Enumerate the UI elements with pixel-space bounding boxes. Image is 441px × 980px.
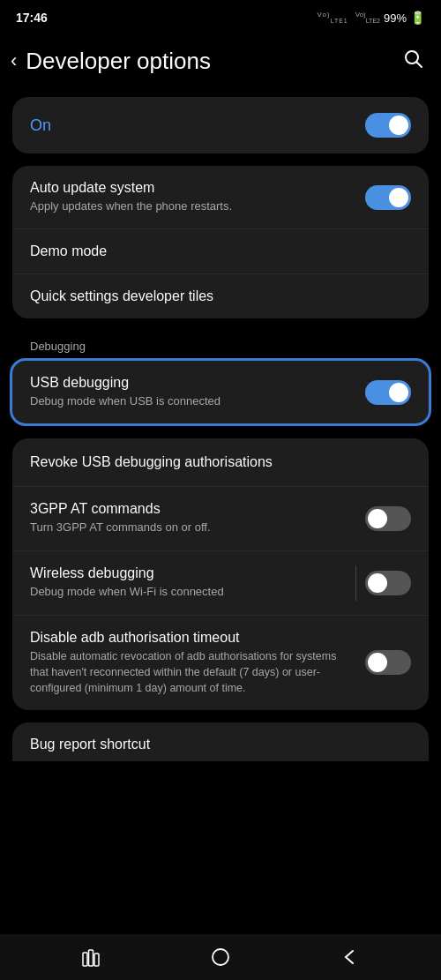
svg-rect-2 bbox=[83, 953, 87, 966]
3gpp-at-subtitle: Turn 3GPP AT commands on or off. bbox=[30, 520, 355, 535]
usb-debugging-title: USB debugging bbox=[30, 375, 355, 391]
page-header: ‹ Developer options bbox=[0, 32, 441, 90]
developer-options-toggle-card[interactable]: On bbox=[12, 97, 429, 153]
auto-update-title: Auto update system bbox=[30, 180, 355, 196]
settings-card-1: Auto update system Apply updates when th… bbox=[12, 166, 429, 318]
disable-adb-timeout-subtitle: Disable automatic revocation of adb auth… bbox=[30, 648, 346, 696]
auto-update-toggle[interactable] bbox=[365, 185, 411, 210]
svg-point-5 bbox=[213, 949, 228, 965]
svg-rect-4 bbox=[94, 954, 99, 966]
auto-update-system-item[interactable]: Auto update system Apply updates when th… bbox=[12, 166, 429, 229]
navigation-bar bbox=[0, 934, 441, 980]
usb-debugging-item[interactable]: USB debugging Debug mode when USB is con… bbox=[12, 361, 429, 423]
disable-adb-timeout-title: Disable adb authorisation timeout bbox=[30, 630, 346, 646]
battery-icon: 99% bbox=[384, 11, 407, 25]
bug-report-partial-card: Bug report shortcut bbox=[12, 722, 429, 761]
svg-line-1 bbox=[417, 63, 422, 68]
revoke-usb-item[interactable]: Revoke USB debugging authorisations bbox=[12, 438, 429, 487]
developer-options-toggle[interactable] bbox=[365, 113, 411, 138]
usb-debugging-subtitle: Debug mode when USB is connected bbox=[30, 393, 355, 409]
settings-card-2: Revoke USB debugging authorisations 3GPP… bbox=[12, 438, 429, 710]
demo-mode-content: Demo mode bbox=[30, 243, 411, 259]
toggle-thumb bbox=[368, 573, 387, 593]
3gpp-at-content: 3GPP AT commands Turn 3GPP AT commands o… bbox=[30, 501, 365, 535]
on-label: On bbox=[30, 116, 51, 135]
search-button[interactable] bbox=[399, 44, 427, 78]
bug-report-title: Bug report shortcut bbox=[30, 737, 411, 752]
network1-icon: Vo)LTE1 bbox=[318, 11, 348, 24]
status-icons: Vo)LTE1 Vo)LTE2 99% 🔋 bbox=[318, 11, 426, 25]
status-time: 17:46 bbox=[16, 11, 48, 25]
wireless-debugging-toggle[interactable] bbox=[365, 571, 411, 595]
back-nav-button[interactable] bbox=[326, 940, 374, 974]
revoke-usb-title: Revoke USB debugging authorisations bbox=[30, 454, 400, 470]
toggle-thumb bbox=[389, 116, 408, 135]
home-button[interactable] bbox=[196, 939, 245, 975]
3gpp-at-toggle[interactable] bbox=[365, 506, 411, 531]
disable-adb-timeout-content: Disable adb authorisation timeout Disabl… bbox=[30, 630, 356, 696]
quick-settings-content: Quick settings developer tiles bbox=[30, 288, 411, 304]
disable-adb-timeout-item[interactable]: Disable adb authorisation timeout Disabl… bbox=[12, 616, 429, 710]
3gpp-at-title: 3GPP AT commands bbox=[30, 501, 355, 517]
debugging-label: Debugging bbox=[0, 331, 441, 358]
wireless-divider bbox=[355, 565, 356, 601]
auto-update-content: Auto update system Apply updates when th… bbox=[30, 180, 365, 214]
usb-debugging-content: USB debugging Debug mode when USB is con… bbox=[30, 375, 365, 409]
wireless-debugging-title: Wireless debugging bbox=[30, 565, 345, 581]
disable-adb-timeout-toggle[interactable] bbox=[365, 650, 411, 675]
toggle-thumb bbox=[368, 653, 387, 672]
toggle-thumb bbox=[389, 383, 408, 402]
usb-debugging-toggle[interactable] bbox=[365, 380, 411, 405]
demo-mode-item[interactable]: Demo mode bbox=[12, 229, 429, 274]
battery-full-icon: 🔋 bbox=[410, 11, 425, 25]
recent-apps-button[interactable] bbox=[67, 940, 115, 974]
usb-debugging-card: USB debugging Debug mode when USB is con… bbox=[10, 358, 431, 426]
revoke-usb-content: Revoke USB debugging authorisations bbox=[30, 454, 411, 470]
status-bar: 17:46 Vo)LTE1 Vo)LTE2 99% 🔋 bbox=[0, 0, 441, 32]
back-button[interactable]: ‹ bbox=[11, 49, 17, 72]
wireless-debugging-item[interactable]: Wireless debugging Debug mode when Wi-Fi… bbox=[12, 551, 429, 616]
quick-settings-title: Quick settings developer tiles bbox=[30, 288, 400, 304]
debugging-section: Debugging USB debugging Debug mode when … bbox=[0, 331, 441, 426]
network2-icon: Vo)LTE2 bbox=[355, 11, 380, 24]
toggle-thumb bbox=[389, 188, 408, 207]
header-left: ‹ Developer options bbox=[11, 48, 211, 75]
auto-update-subtitle: Apply updates when the phone restarts. bbox=[30, 198, 355, 214]
wireless-debugging-content: Wireless debugging Debug mode when Wi-Fi… bbox=[30, 565, 355, 600]
page-title: Developer options bbox=[26, 48, 211, 75]
toggle-thumb bbox=[368, 509, 387, 528]
quick-settings-tiles-item[interactable]: Quick settings developer tiles bbox=[12, 274, 429, 318]
wireless-debugging-subtitle: Debug mode when Wi-Fi is connected bbox=[30, 584, 345, 600]
svg-rect-3 bbox=[89, 950, 93, 966]
demo-mode-title: Demo mode bbox=[30, 243, 400, 259]
3gpp-at-item[interactable]: 3GPP AT commands Turn 3GPP AT commands o… bbox=[12, 487, 429, 550]
